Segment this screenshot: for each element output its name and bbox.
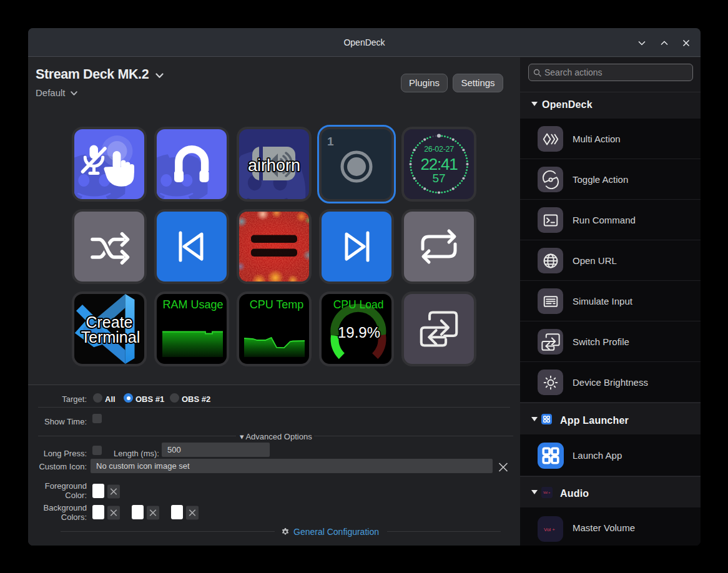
svg-text:airhorn: airhorn [248,156,300,175]
svg-text:1: 1 [327,135,334,148]
svg-text:CPU Temp: CPU Temp [250,298,304,311]
svg-text:RAM Usage: RAM Usage [162,298,223,311]
svg-text:26-02-27: 26-02-27 [424,145,454,154]
svg-text:22:41: 22:41 [420,155,458,174]
svg-text:Terminal: Terminal [81,328,140,346]
svg-text:19.9%: 19.9% [338,324,380,341]
svg-text:57: 57 [432,172,445,185]
svg-text:CPU Load: CPU Load [333,298,384,311]
